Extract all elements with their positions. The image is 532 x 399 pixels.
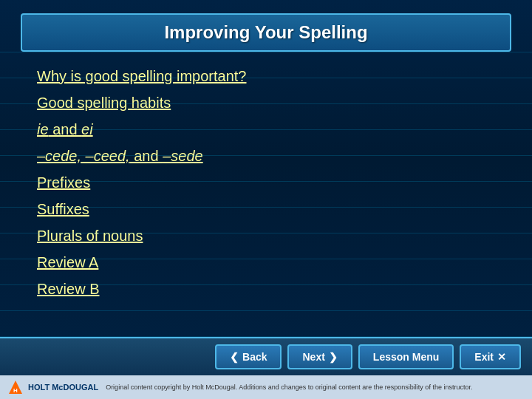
next-arrow-icon: ❯ <box>329 351 338 363</box>
menu-item-cede-ceed-sede[interactable]: –cede, –ceed, and –sede <box>37 145 495 167</box>
holt-logo-icon: H <box>7 379 24 395</box>
exit-label: Exit <box>474 351 494 363</box>
back-arrow-icon: ❮ <box>230 351 239 363</box>
next-label: Next <box>302 351 324 363</box>
exit-button[interactable]: Exit ✕ <box>460 344 521 369</box>
x-icon: ✕ <box>497 351 506 363</box>
back-label: Back <box>242 351 267 363</box>
brand-name: HOLT McDOUGAL <box>28 383 98 392</box>
menu-item-suffixes[interactable]: Suffixes <box>37 198 495 220</box>
footer-bar: H HOLT McDOUGAL Original content copyrig… <box>0 375 532 399</box>
svg-text:H: H <box>13 387 18 394</box>
navigation-bar: ❮ Back Next ❯ Lesson Menu Exit ✕ <box>0 337 532 375</box>
next-button[interactable]: Next ❯ <box>287 344 352 369</box>
lesson-menu-label: Lesson Menu <box>373 351 439 363</box>
menu-item-ie-and-ei[interactable]: ie and ei <box>37 118 495 140</box>
holt-logo: H HOLT McDOUGAL <box>7 379 98 395</box>
menu-item-prefixes[interactable]: Prefixes <box>37 171 495 194</box>
page-title: Improving Your Spelling <box>37 22 495 43</box>
content-area: Why is good spelling important? Good spe… <box>0 52 532 337</box>
title-bar: Improving Your Spelling <box>21 13 511 52</box>
menu-item-review-a[interactable]: Review A <box>37 251 495 273</box>
lesson-menu-button[interactable]: Lesson Menu <box>358 344 454 369</box>
menu-item-review-b[interactable]: Review B <box>37 278 495 300</box>
menu-item-why-good-spelling[interactable]: Why is good spelling important? <box>37 65 495 87</box>
menu-item-plurals-of-nouns[interactable]: Plurals of nouns <box>37 225 495 247</box>
back-button[interactable]: ❮ Back <box>215 344 282 369</box>
main-container: Improving Your Spelling Why is good spel… <box>0 0 532 399</box>
menu-item-good-spelling-habits[interactable]: Good spelling habits <box>37 92 495 114</box>
copyright-text: Original content copyright by Holt McDou… <box>106 383 525 391</box>
